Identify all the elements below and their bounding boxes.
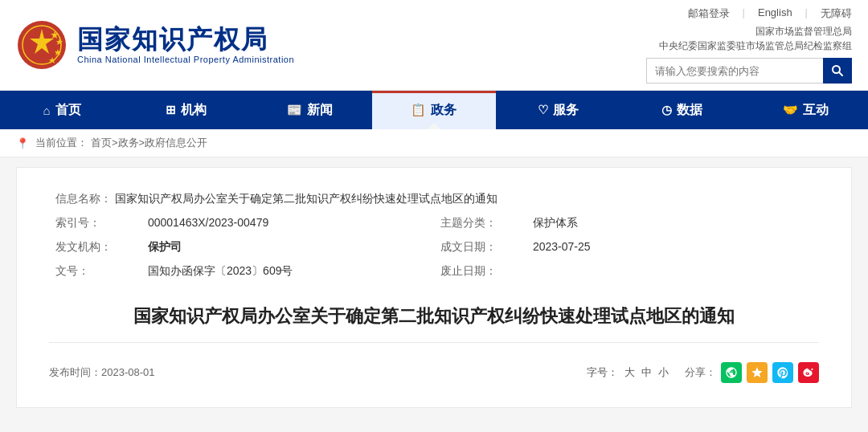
wechat-icon (725, 366, 738, 379)
nav-news[interactable]: 📰 新闻 (248, 91, 372, 129)
publish-time: 发布时间：2023-08-01 (49, 365, 564, 380)
font-size-label: 字号： (587, 365, 618, 380)
nav-politics[interactable]: 📋 政务 (372, 91, 496, 129)
logo-chinese: 国家知识产权局 (77, 26, 294, 54)
subject-label: 主题分类： (440, 216, 497, 229)
nav-home[interactable]: ⌂ 首页 (0, 91, 124, 129)
font-size-medium[interactable]: 中 (641, 365, 652, 380)
data-icon: ◷ (661, 103, 672, 117)
issuer-label: 发文机构： (55, 240, 112, 253)
info-row-index: 索引号： 00001463X/2023-00479 主题分类： 保护体系 (49, 211, 819, 235)
info-name-value: 国家知识产权局办公室关于确定第二批知识产权纠纷快速处理试点地区的通知 (115, 192, 497, 205)
date-value: 2023-07-25 (533, 240, 591, 253)
english-link[interactable]: English (758, 6, 792, 21)
docno-label: 文号： (55, 264, 89, 277)
nav-service[interactable]: ♡ 服务 (496, 91, 620, 129)
font-size-large[interactable]: 大 (624, 365, 635, 380)
breadcrumb: 📍 当前位置： 首页>政务>政府信息公开 (0, 129, 868, 157)
nav-org[interactable]: ⊞ 机构 (124, 91, 248, 129)
nav-home-label: 首页 (55, 102, 81, 119)
breadcrumb-path[interactable]: 首页>政务>政府信息公开 (91, 136, 207, 150)
article-meta: 发布时间：2023-08-01 字号： 大 中 小 分享： (49, 356, 819, 383)
nav-interact[interactable]: 🤝 互动 (744, 91, 868, 129)
interact-icon: 🤝 (783, 103, 798, 117)
nav-interact-label: 互动 (803, 102, 829, 119)
org-link-2[interactable]: 中央纪委国家监委驻市场监管总局纪检监察组 (659, 39, 852, 53)
nav-data-label: 数据 (677, 102, 702, 119)
search-button[interactable] (823, 58, 852, 84)
issuer-value: 保护司 (148, 240, 182, 253)
search-input[interactable] (646, 58, 823, 84)
svg-line-8 (839, 72, 842, 75)
org-link-1[interactable]: 国家市场监督管理总局 (659, 24, 852, 39)
weibo-icon (802, 366, 815, 379)
share-area: 分享： (685, 362, 819, 383)
font-size-controls: 字号： 大 中 小 (580, 365, 669, 380)
nav-bar: ⌂ 首页 ⊞ 机构 📰 新闻 📋 政务 ♡ 服务 ◷ 数据 🤝 互动 (0, 91, 868, 129)
accessibility-link[interactable]: 无障碍 (821, 6, 852, 21)
share-wechat-button[interactable] (721, 362, 742, 383)
share-label: 分享： (685, 365, 716, 380)
info-row-title: 信息名称： 国家知识产权局办公室关于确定第二批知识产权纠纷快速处理试点地区的通知 (49, 187, 819, 211)
share-icons (721, 362, 819, 383)
logo-english: China National Intellectual Property Adm… (77, 55, 294, 64)
home-icon: ⌂ (43, 104, 51, 117)
info-row-docno: 文号： 国知办函保字〔2023〕609号 废止日期： (49, 259, 819, 283)
org-icon: ⊞ (166, 103, 176, 117)
logo-text: 国家知识产权局 China National Intellectual Prop… (77, 26, 294, 63)
email-login-link[interactable]: 邮箱登录 (688, 6, 730, 21)
font-size-small[interactable]: 小 (658, 365, 669, 380)
logo-emblem (16, 19, 68, 71)
share-weibo-button[interactable] (798, 362, 819, 383)
index-label: 索引号： (55, 216, 100, 229)
article-title: 国家知识产权局办公室关于确定第二批知识产权纠纷快速处理试点地区的通知 (49, 303, 819, 343)
search-row (646, 58, 852, 84)
share-qq-button[interactable] (772, 362, 793, 383)
docno-value: 国知办函保字〔2023〕609号 (148, 264, 293, 277)
top-right: 邮箱登录 | English | 无障碍 国家市场监督管理总局 中央纪委国家监委… (646, 6, 852, 84)
qq-icon (776, 366, 789, 379)
politics-icon: 📋 (411, 103, 426, 117)
nav-news-label: 新闻 (307, 102, 333, 119)
top-bar: 国家知识产权局 China National Intellectual Prop… (0, 0, 868, 91)
nav-politics-label: 政务 (431, 102, 457, 119)
search-icon (831, 64, 844, 77)
service-icon: ♡ (538, 103, 548, 117)
divider2: | (805, 6, 808, 21)
content-area: 信息名称： 国家知识产权局办公室关于确定第二批知识产权纠纷快速处理试点地区的通知… (16, 167, 852, 408)
index-value: 00001463X/2023-00479 (148, 216, 268, 229)
info-name-label: 信息名称： (55, 192, 112, 205)
share-favorites-button[interactable] (747, 362, 768, 383)
location-icon: 📍 (16, 137, 29, 149)
star-icon (751, 366, 764, 379)
nav-service-label: 服务 (553, 102, 579, 119)
info-row-org: 发文机构： 保护司 成文日期： 2023-07-25 (49, 235, 819, 259)
news-icon: 📰 (287, 103, 302, 117)
logo-area: 国家知识产权局 China National Intellectual Prop… (16, 19, 294, 71)
publish-time-text: 发布时间：2023-08-01 (49, 366, 155, 378)
divider1: | (743, 6, 745, 21)
nav-data[interactable]: ◷ 数据 (620, 91, 743, 129)
abolish-label: 废止日期： (440, 264, 497, 277)
org-links: 国家市场监督管理总局 中央纪委国家监委驻市场监管总局纪检监察组 (659, 24, 852, 53)
breadcrumb-label: 当前位置： (35, 136, 88, 150)
info-table: 信息名称： 国家知识产权局办公室关于确定第二批知识产权纠纷快速处理试点地区的通知… (49, 187, 819, 283)
subject-value: 保护体系 (533, 216, 578, 229)
date-label: 成文日期： (440, 240, 497, 253)
top-links-row: 邮箱登录 | English | 无障碍 (688, 6, 852, 21)
nav-org-label: 机构 (181, 102, 207, 119)
